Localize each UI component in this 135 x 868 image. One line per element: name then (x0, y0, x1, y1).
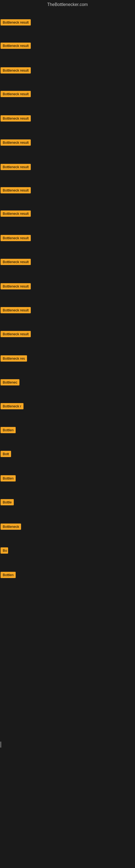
list-item: Bottleneck result (1, 235, 31, 242)
list-item: Bottleneck result (1, 164, 31, 171)
bottleneck-badge: Bottlen (1, 427, 16, 433)
list-item: Bottleneck result (1, 91, 31, 98)
bottleneck-badge: Bottle (1, 499, 14, 505)
bottleneck-badge: Bottlen (1, 572, 16, 578)
bottleneck-badge: Bott (1, 451, 11, 457)
bottleneck-badge: Bottleneck res (1, 355, 27, 362)
items-container: Bottleneck resultBottleneck resultBottle… (0, 9, 135, 823)
bottleneck-badge: Bottleneck result (1, 115, 31, 122)
bottleneck-badge: Bottleneck result (1, 235, 31, 241)
list-item: Bo (1, 547, 8, 555)
list-item: Bottleneck result (1, 331, 31, 338)
bottleneck-badge: Bottleneck result (1, 42, 31, 49)
bottleneck-badge: Bottleneck result (1, 164, 31, 170)
list-item: Bottlen (1, 427, 16, 434)
bottleneck-badge: Bottleneck result (1, 19, 31, 26)
list-item: Bottlenec (1, 379, 19, 386)
list-item: Bottleneck r (1, 403, 24, 410)
list-item: Bottleneck result (1, 42, 31, 50)
list-item: Bottle (1, 499, 14, 506)
bottleneck-badge: Bottleneck result (1, 259, 31, 265)
bottleneck-badge: Bottleneck result (1, 331, 31, 337)
bottleneck-badge: Bo (1, 547, 8, 554)
bottleneck-badge: Bottleneck result (1, 211, 31, 217)
list-item: Bott (1, 451, 11, 458)
list-item: Bottlen (1, 475, 16, 483)
site-title: TheBottlenecker.com (0, 0, 135, 9)
site-header: TheBottlenecker.com (0, 0, 135, 9)
list-item: Bottleneck (1, 524, 21, 531)
bottleneck-badge: Bottleneck result (1, 140, 31, 146)
list-item: Bottleneck result (1, 115, 31, 123)
bottleneck-badge: Bottleneck result (1, 67, 31, 73)
list-item: Bottleneck result (1, 19, 31, 27)
list-item: Bottleneck result (1, 67, 31, 74)
list-item: Bottleneck result (1, 211, 31, 218)
list-item: Bottleneck result (1, 187, 31, 194)
bottleneck-badge: Bottleneck result (1, 91, 31, 97)
bottleneck-badge: Bottleneck (1, 524, 21, 530)
bottleneck-badge: Bottleneck result (1, 307, 31, 313)
bottleneck-badge: Bottlen (1, 475, 16, 482)
bottleneck-badge: Bottleneck result (1, 283, 31, 289)
bottleneck-badge: Bottlenec (1, 379, 19, 385)
list-item: Bottleneck res (1, 355, 27, 363)
cursor-line (1, 742, 1, 748)
bottleneck-badge: Bottleneck r (1, 403, 24, 409)
list-item: Bottleneck result (1, 307, 31, 314)
list-item: Bottleneck result (1, 259, 31, 266)
bottleneck-badge: Bottleneck result (1, 187, 31, 193)
list-item: Bottlen (1, 572, 16, 579)
list-item: Bottleneck result (1, 140, 31, 147)
list-item: Bottleneck result (1, 283, 31, 290)
